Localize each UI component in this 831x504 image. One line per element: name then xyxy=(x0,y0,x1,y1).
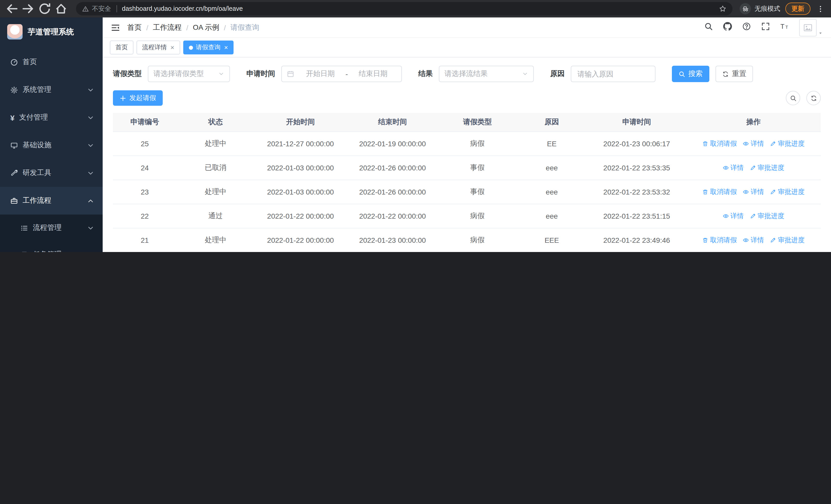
progress-link[interactable]: 审批进度 xyxy=(770,235,805,244)
trash-icon xyxy=(703,140,709,147)
tools-icon xyxy=(10,169,18,177)
op-label: 审批进度 xyxy=(778,139,805,148)
sidebar-item-task-management[interactable]: 任务管理 xyxy=(0,241,103,252)
fontsize-icon: TT xyxy=(780,22,789,31)
apply-time-range-picker[interactable]: 开始日期 - 结束日期 xyxy=(281,66,402,82)
bookmark-star-icon[interactable] xyxy=(719,5,726,12)
sidebar-item-workflow[interactable]: 工作流程 xyxy=(0,187,103,214)
table-refresh-button[interactable] xyxy=(806,91,821,105)
github-button[interactable] xyxy=(723,22,732,33)
reason-input[interactable] xyxy=(571,66,656,82)
reload-icon[interactable] xyxy=(38,2,51,16)
fontsize-button[interactable]: TT xyxy=(780,22,789,33)
progress-link[interactable]: 审批进度 xyxy=(750,163,784,172)
search-button[interactable]: 搜索 xyxy=(672,66,709,82)
cell-start: 2022-01-03 00:00:00 xyxy=(255,155,347,180)
cell-reason: eee xyxy=(516,204,587,228)
range-separator: - xyxy=(343,70,350,78)
detail-link[interactable]: 详情 xyxy=(723,163,744,172)
cell-id: 23 xyxy=(113,180,177,204)
reset-button[interactable]: 重置 xyxy=(716,66,753,82)
leave-type-select[interactable]: 请选择请假类型 xyxy=(148,66,230,82)
close-icon[interactable]: × xyxy=(224,43,228,51)
incognito-icon xyxy=(742,5,749,12)
browser-menu-icon[interactable] xyxy=(814,3,826,14)
gear-icon xyxy=(10,86,18,94)
leave-type-label: 请假类型 xyxy=(113,69,142,79)
sidebar-item-devtools[interactable]: 研发工具 xyxy=(0,159,103,187)
search-button[interactable] xyxy=(704,22,713,33)
home-icon[interactable] xyxy=(54,2,68,16)
forward-icon[interactable] xyxy=(22,2,35,16)
cancel-leave-link[interactable]: 取消请假 xyxy=(703,235,737,244)
cell-status: 处理中 xyxy=(177,228,254,252)
security-label: 不安全 xyxy=(92,4,111,13)
address-bar[interactable]: 不安全 dashboard.yudao.iocoder.cn/bpm/oa/le… xyxy=(76,2,733,16)
sidebar-item-payment[interactable]: ¥支付管理 xyxy=(0,104,103,131)
start-date-placeholder: 开始日期 xyxy=(297,69,343,79)
cell-start: 2021-12-27 00:00:00 xyxy=(255,131,347,155)
cell-reason: eee xyxy=(516,180,587,204)
cell-apply_time: 2022-01-22 23:51:15 xyxy=(587,204,686,228)
column-header: 操作 xyxy=(686,113,821,131)
progress-link[interactable]: 审批进度 xyxy=(770,187,805,196)
column-header: 申请编号 xyxy=(113,113,177,131)
op-label: 详情 xyxy=(751,235,764,244)
result-select[interactable]: 请选择流结果 xyxy=(439,66,534,82)
user-avatar[interactable] xyxy=(799,19,823,36)
question-button[interactable] xyxy=(742,22,751,33)
image-placeholder-icon xyxy=(803,23,812,32)
security-warning-icon[interactable] xyxy=(82,5,89,12)
cell-id: 21 xyxy=(113,228,177,252)
avatar-image xyxy=(799,19,816,36)
infra-icon xyxy=(10,141,18,149)
trash-icon xyxy=(703,237,709,243)
browser-chrome: 不安全 dashboard.yudao.iocoder.cn/bpm/oa/le… xyxy=(0,0,831,18)
app-logo-image xyxy=(7,24,23,39)
detail-link[interactable]: 详情 xyxy=(743,139,764,148)
reason-label: 原因 xyxy=(550,69,565,79)
detail-link[interactable]: 详情 xyxy=(723,211,744,220)
cell-reason: eee xyxy=(516,155,587,180)
breadcrumb-item[interactable]: 工作流程 xyxy=(153,23,182,32)
close-icon[interactable]: × xyxy=(170,43,174,51)
fullscreen-button[interactable] xyxy=(761,22,770,33)
tab-item[interactable]: 请假查询× xyxy=(183,40,233,54)
collapse-sidebar-button[interactable] xyxy=(111,23,120,32)
svg-text:T: T xyxy=(785,25,788,30)
cell-end: 2022-01-26 00:00:00 xyxy=(346,155,438,180)
progress-link[interactable]: 审批进度 xyxy=(770,139,805,148)
cell-reason: EEE xyxy=(516,228,587,252)
sidebar-item-infrastructure[interactable]: 基础设施 xyxy=(0,131,103,159)
breadcrumb-item[interactable]: OA 示例 xyxy=(193,23,220,32)
chevron-down-icon xyxy=(87,86,94,94)
update-button[interactable]: 更新 xyxy=(785,3,810,15)
sidebar-item-home[interactable]: 首页 xyxy=(0,48,103,76)
detail-link[interactable]: 详情 xyxy=(743,187,764,196)
create-leave-button[interactable]: 发起请假 xyxy=(113,90,163,106)
detail-link[interactable]: 详情 xyxy=(743,235,764,244)
cell-apply_time: 2022-01-22 23:49:46 xyxy=(587,228,686,252)
cell-end: 2022-01-23 00:00:00 xyxy=(346,228,438,252)
back-icon[interactable] xyxy=(5,2,19,16)
calendar-icon xyxy=(287,70,294,78)
workflow-icon xyxy=(10,197,18,205)
op-label: 审批进度 xyxy=(757,211,784,220)
column-header: 开始时间 xyxy=(255,113,347,131)
sidebar-item-process-management[interactable]: 流程管理 xyxy=(0,214,103,241)
cell-apply_time: 2022-01-22 23:53:32 xyxy=(587,180,686,204)
progress-link[interactable]: 审批进度 xyxy=(750,211,784,220)
cancel-leave-link[interactable]: 取消请假 xyxy=(703,139,737,148)
column-header: 原因 xyxy=(516,113,587,131)
sidebar-item-label: 任务管理 xyxy=(33,250,62,252)
app-title: 芋道管理系统 xyxy=(28,27,74,37)
breadcrumb-item[interactable]: 首页 xyxy=(127,23,142,32)
tab-item[interactable]: 首页 xyxy=(110,40,134,54)
table-search-button[interactable] xyxy=(786,91,800,105)
cancel-leave-link[interactable]: 取消请假 xyxy=(703,187,737,196)
incognito-badge: 无痕模式 xyxy=(740,3,780,14)
tab-item[interactable]: 流程详情× xyxy=(137,40,180,54)
yen-icon: ¥ xyxy=(10,114,15,121)
filter-leave-type: 请假类型 请选择请假类型 xyxy=(113,66,230,82)
sidebar-item-system[interactable]: 系统管理 xyxy=(0,76,103,104)
